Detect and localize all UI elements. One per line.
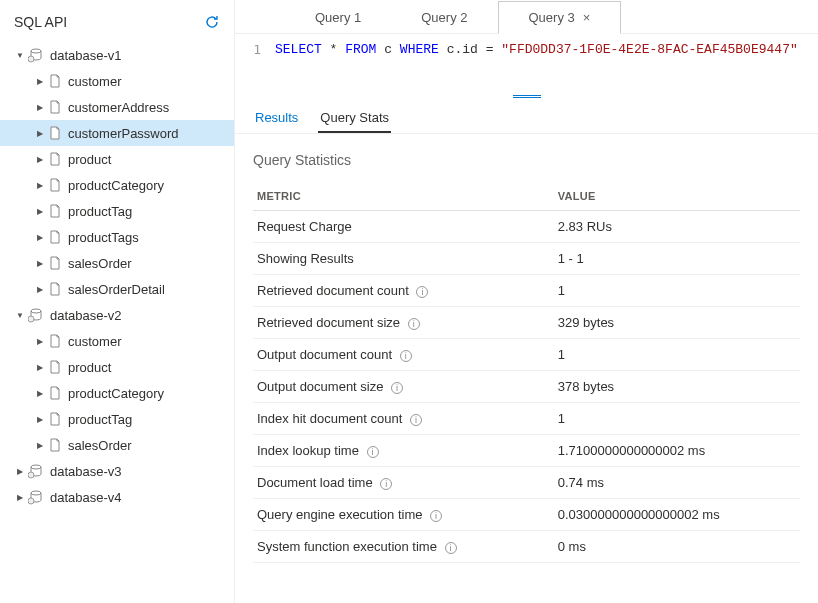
- caret-icon[interactable]: [34, 103, 46, 112]
- caret-icon[interactable]: [34, 233, 46, 242]
- container-label: productCategory: [68, 386, 164, 401]
- metric-cell: Output document count i: [253, 339, 554, 371]
- container-node[interactable]: salesOrder: [0, 250, 234, 276]
- container-icon: [48, 282, 62, 296]
- container-icon: [48, 256, 62, 270]
- container-node[interactable]: productTag: [0, 406, 234, 432]
- value-cell: 1.7100000000000002 ms: [554, 435, 800, 467]
- caret-icon[interactable]: [34, 207, 46, 216]
- container-icon: [48, 412, 62, 426]
- database-node[interactable]: database-v4: [0, 484, 234, 510]
- database-node[interactable]: database-v2: [0, 302, 234, 328]
- container-node[interactable]: product: [0, 354, 234, 380]
- query-tabs: Query 1Query 2Query 3×: [235, 0, 818, 34]
- stats-panel: Query Statistics METRIC VALUE Request Ch…: [235, 134, 818, 581]
- container-node[interactable]: customer: [0, 68, 234, 94]
- tok-string: "FFD0DD37-1F0E-4E2E-8FAC-EAF45B0E9447": [501, 42, 797, 57]
- kw-from: FROM: [345, 42, 376, 57]
- value-cell: 1: [554, 403, 800, 435]
- metric-cell: Showing Results: [253, 243, 554, 275]
- splitter[interactable]: [235, 65, 818, 104]
- database-label: database-v4: [50, 490, 122, 505]
- container-node[interactable]: product: [0, 146, 234, 172]
- container-icon: [48, 126, 62, 140]
- tab-label: Query 1: [315, 10, 361, 25]
- close-icon[interactable]: ×: [583, 10, 591, 25]
- container-icon: [48, 204, 62, 218]
- metric-cell: Index lookup time i: [253, 435, 554, 467]
- info-icon[interactable]: i: [416, 286, 428, 298]
- container-icon: [48, 100, 62, 114]
- database-icon: [28, 307, 44, 323]
- container-node[interactable]: customerPassword: [0, 120, 234, 146]
- metric-cell: Retrieved document count i: [253, 275, 554, 307]
- value-cell: 2.83 RUs: [554, 211, 800, 243]
- caret-icon[interactable]: [34, 129, 46, 138]
- info-icon[interactable]: i: [391, 382, 403, 394]
- svg-point-7: [28, 498, 34, 504]
- result-tabs: Results Query Stats: [235, 104, 818, 134]
- container-node[interactable]: productCategory: [0, 172, 234, 198]
- container-icon: [48, 230, 62, 244]
- info-icon[interactable]: i: [430, 510, 442, 522]
- info-icon[interactable]: i: [410, 414, 422, 426]
- value-cell: 329 bytes: [554, 307, 800, 339]
- info-icon[interactable]: i: [400, 350, 412, 362]
- container-node[interactable]: customer: [0, 328, 234, 354]
- container-node[interactable]: salesOrder: [0, 432, 234, 458]
- stats-table: METRIC VALUE Request Charge 2.83 RUsShow…: [253, 182, 800, 563]
- caret-icon[interactable]: [14, 51, 26, 60]
- svg-point-0: [31, 49, 41, 53]
- tok-c: c: [376, 42, 399, 57]
- caret-icon[interactable]: [34, 363, 46, 372]
- info-icon[interactable]: i: [445, 542, 457, 554]
- tab-query-stats[interactable]: Query Stats: [318, 104, 391, 133]
- database-tree: database-v1customercustomerAddresscustom…: [0, 42, 234, 510]
- query-tab[interactable]: Query 1: [285, 2, 391, 33]
- caret-icon[interactable]: [34, 181, 46, 190]
- svg-point-4: [31, 465, 41, 469]
- container-label: customer: [68, 334, 121, 349]
- table-row: Query engine execution time i0.030000000…: [253, 499, 800, 531]
- sql-editor[interactable]: 1 SELECT * FROM c WHERE c.id = "FFD0DD37…: [235, 34, 818, 65]
- value-cell: 1 - 1: [554, 243, 800, 275]
- tok-rest: c.id =: [439, 42, 501, 57]
- caret-icon[interactable]: [34, 155, 46, 164]
- info-icon[interactable]: i: [408, 318, 420, 330]
- table-row: Showing Results 1 - 1: [253, 243, 800, 275]
- editor-code[interactable]: SELECT * FROM c WHERE c.id = "FFD0DD37-1…: [275, 42, 798, 57]
- col-value: VALUE: [554, 182, 800, 211]
- query-tab[interactable]: Query 2: [391, 2, 497, 33]
- caret-icon[interactable]: [34, 441, 46, 450]
- col-metric: METRIC: [253, 182, 554, 211]
- container-node[interactable]: salesOrderDetail: [0, 276, 234, 302]
- container-node[interactable]: productTag: [0, 198, 234, 224]
- caret-icon[interactable]: [34, 337, 46, 346]
- database-icon: [28, 47, 44, 63]
- tab-results[interactable]: Results: [253, 104, 300, 133]
- database-node[interactable]: database-v1: [0, 42, 234, 68]
- caret-icon[interactable]: [14, 467, 26, 476]
- caret-icon[interactable]: [14, 493, 26, 502]
- caret-icon[interactable]: [34, 259, 46, 268]
- caret-icon[interactable]: [34, 285, 46, 294]
- metric-cell: System function execution time i: [253, 531, 554, 563]
- caret-icon[interactable]: [34, 415, 46, 424]
- container-node[interactable]: productCategory: [0, 380, 234, 406]
- caret-icon[interactable]: [34, 77, 46, 86]
- database-node[interactable]: database-v3: [0, 458, 234, 484]
- caret-icon[interactable]: [14, 311, 26, 320]
- container-label: productTag: [68, 412, 132, 427]
- table-row: Request Charge 2.83 RUs: [253, 211, 800, 243]
- info-icon[interactable]: i: [367, 446, 379, 458]
- info-icon[interactable]: i: [380, 478, 392, 490]
- query-tab[interactable]: Query 3×: [498, 1, 622, 34]
- container-node[interactable]: productTags: [0, 224, 234, 250]
- caret-icon[interactable]: [34, 389, 46, 398]
- container-node[interactable]: customerAddress: [0, 94, 234, 120]
- database-icon: [28, 463, 44, 479]
- refresh-icon[interactable]: [204, 14, 220, 30]
- sidebar-title: SQL API: [14, 14, 67, 30]
- container-label: productTag: [68, 204, 132, 219]
- container-icon: [48, 178, 62, 192]
